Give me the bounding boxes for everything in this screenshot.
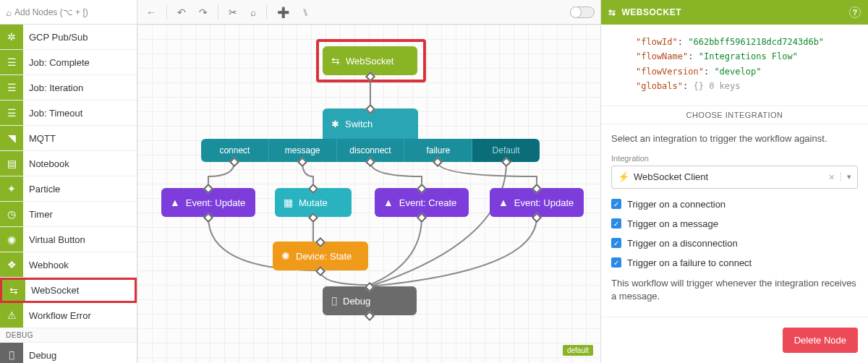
- cut-button[interactable]: ✂: [226, 5, 240, 20]
- back-button[interactable]: ←: [143, 5, 159, 20]
- node-switch[interactable]: ✱Switch connect message disconnect failu…: [201, 108, 540, 162]
- integration-select[interactable]: ⚡ WebSocket Client × ▾: [611, 166, 858, 189]
- sidebar-item-virtual-button[interactable]: ◉Virtual Button: [0, 227, 137, 252]
- node-list: ✲GCP Pub/Sub ☰Job: Complete ☰Job: Iterat…: [0, 25, 137, 363]
- sidebar-item-workflow-error[interactable]: ⚠Workflow Error: [0, 303, 137, 328]
- mutate-icon: ▦: [284, 197, 293, 208]
- sidebar-item-particle[interactable]: ✦Particle: [0, 176, 137, 202]
- undo-button[interactable]: ↶: [174, 5, 189, 20]
- sidebar-item-gcp-pubsub[interactable]: ✲GCP Pub/Sub: [0, 25, 137, 50]
- details-panel: ⇆ WEBSOCKET ? "flowId": "662bbff5961218d…: [600, 0, 868, 363]
- search-input[interactable]: ⌕ Add Nodes (⌥ + [): [0, 0, 137, 25]
- canvas-toolbar: ← ↶ ↷ ✂ ⌕ ➕ ⑊: [137, 0, 600, 25]
- bug-icon: ⌷: [331, 295, 337, 307]
- job-icon: ☰: [0, 101, 23, 125]
- sidebar-item-timer[interactable]: ◷Timer: [0, 202, 137, 227]
- checkbox-icon: ✓: [611, 218, 621, 229]
- event-icon: ▲: [383, 197, 393, 208]
- sidebar-item-websocket[interactable]: ⇆WebSocket: [0, 278, 137, 303]
- default-badge: default: [563, 345, 593, 356]
- zoom-button[interactable]: ⌕: [247, 5, 259, 20]
- section-choose-integration: CHOOSE INTEGRATION: [601, 106, 868, 124]
- checkbox-icon: ✓: [611, 238, 621, 248]
- chevron-down-icon[interactable]: ▾: [841, 172, 851, 182]
- mqtt-icon: ◥: [0, 126, 23, 150]
- details-title: WEBSOCKET: [622, 7, 682, 17]
- checkbox-trigger-failure[interactable]: ✓Trigger on a failure to connect: [611, 257, 858, 268]
- search-icon: ⌕: [6, 7, 12, 18]
- integration-value: WebSocket Client: [634, 171, 829, 182]
- checkbox-icon: ✓: [611, 257, 621, 268]
- trigger-description: This workflow will trigger whenever the …: [611, 277, 858, 303]
- switch-icon: ✱: [331, 119, 339, 129]
- sidebar-item-notebook[interactable]: ▤Notebook: [0, 151, 137, 176]
- workflow-canvas[interactable]: ⇆WebSocket ✱Switch connect message disco…: [137, 25, 600, 363]
- sidebar-item-mqtt[interactable]: ◥MQTT: [0, 126, 137, 151]
- sidebar: ⌕ Add Nodes (⌥ + [) ✲GCP Pub/Sub ☰Job: C…: [0, 0, 137, 363]
- button-icon: ◉: [0, 227, 23, 252]
- job-icon: ☰: [0, 50, 23, 74]
- layout-button[interactable]: ⑊: [299, 5, 311, 20]
- event-icon: ▲: [170, 197, 180, 208]
- delete-node-button[interactable]: Delete Node: [783, 328, 858, 353]
- websocket-icon: ⇆: [331, 55, 340, 67]
- help-icon[interactable]: ?: [849, 7, 861, 18]
- event-icon: ▲: [498, 197, 509, 208]
- integration-label: Integration: [611, 154, 858, 163]
- sidebar-item-job-complete[interactable]: ☰Job: Complete: [0, 50, 137, 75]
- payload-preview: "flowId": "662bbff5961218dcd7243d6b" "fl…: [611, 32, 858, 100]
- particle-icon: ✦: [0, 176, 23, 201]
- sidebar-item-job-timeout[interactable]: ☰Job: Timeout: [0, 101, 137, 126]
- clear-icon[interactable]: ×: [829, 171, 835, 183]
- sidebar-item-debug[interactable]: ⌷Debug: [0, 343, 137, 363]
- websocket-icon: ⇆: [608, 7, 616, 17]
- checkbox-trigger-disconnection[interactable]: ✓Trigger on a disconnection: [611, 238, 858, 249]
- checkbox-trigger-message[interactable]: ✓Trigger on a message: [611, 218, 858, 229]
- sidebar-section-debug: DEBUG: [0, 328, 137, 343]
- error-icon: ⚠: [0, 303, 23, 328]
- add-button[interactable]: ➕: [274, 5, 292, 20]
- sidebar-item-webhook[interactable]: ❖Webhook: [0, 252, 137, 278]
- integration-hint: Select an integration to trigger the wor…: [611, 133, 858, 144]
- plug-icon: ⚡: [618, 171, 629, 182]
- job-icon: ☰: [0, 75, 23, 100]
- grid-toggle[interactable]: [570, 7, 595, 18]
- webhook-icon: ❖: [0, 252, 23, 277]
- websocket-icon: ⇆: [2, 280, 25, 301]
- timer-icon: ◷: [0, 202, 23, 226]
- notebook-icon: ▤: [0, 151, 23, 176]
- checkbox-icon: ✓: [611, 199, 621, 209]
- checkbox-trigger-connection[interactable]: ✓Trigger on a connection: [611, 199, 858, 210]
- sidebar-item-job-iteration[interactable]: ☰Job: Iteration: [0, 75, 137, 101]
- search-placeholder: Add Nodes (⌥ + [): [14, 7, 131, 17]
- redo-button[interactable]: ↷: [196, 5, 210, 20]
- canvas-area: ← ↶ ↷ ✂ ⌕ ➕ ⑊: [137, 0, 600, 363]
- bug-icon: ⌷: [0, 343, 23, 363]
- details-header: ⇆ WEBSOCKET ?: [601, 0, 868, 25]
- device-icon: ✺: [281, 250, 290, 262]
- cloud-icon: ✲: [0, 25, 23, 49]
